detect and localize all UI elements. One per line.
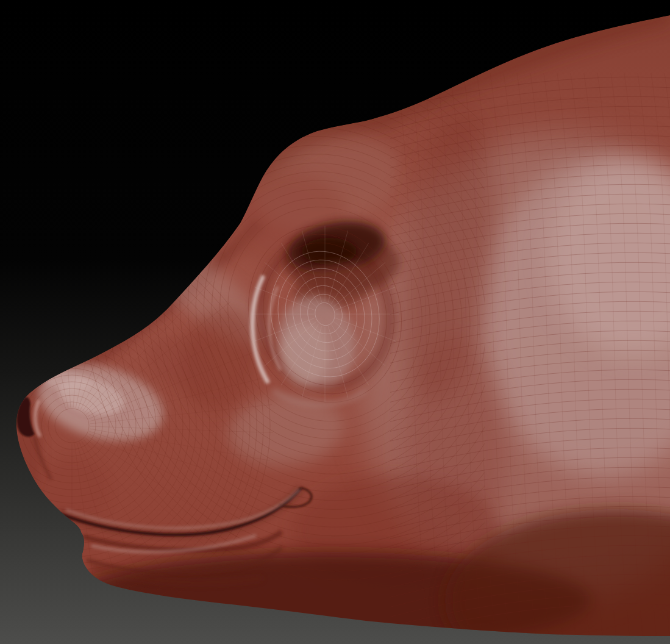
viewport-3d-render bbox=[0, 0, 670, 644]
sculpt-viewport-canvas[interactable] bbox=[0, 0, 670, 644]
